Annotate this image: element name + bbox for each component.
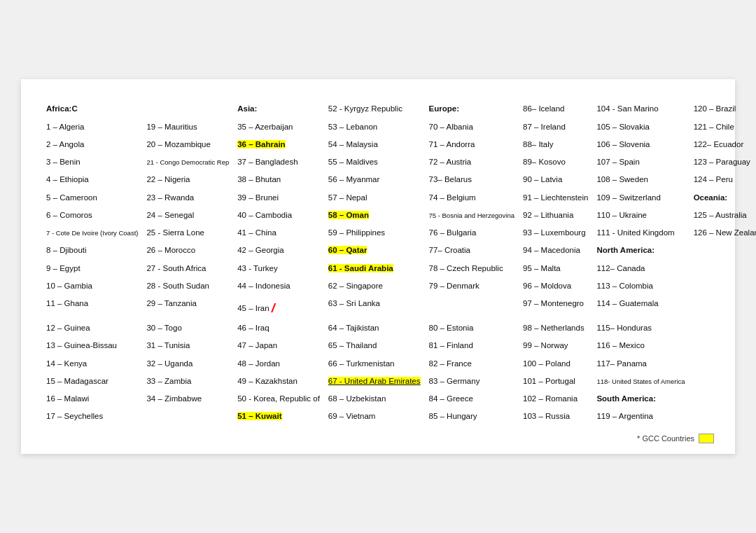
- countries-table: Africa:C Asia: 52 - Kyrgyz Republic Euro…: [42, 100, 756, 425]
- oman-highlight: 58 – Oman: [328, 211, 369, 219]
- table-row: 3 – Benin 21 - Congo Democratic Rep 37 –…: [42, 153, 756, 171]
- footer: * GCC Countries: [637, 434, 714, 443]
- header-row: Africa:C Asia: 52 - Kyrgyz Republic Euro…: [42, 100, 756, 118]
- table-row: 2 – Angola 20 – Mozambique 36 – Bahrain …: [42, 136, 756, 153]
- table-row: 9 – Egypt 27 - South Africa 43 - Turkey …: [42, 260, 756, 277]
- africa2-header: [142, 100, 233, 118]
- table-row: 16 – Malawi 34 – Zimbabwe 50 - Korea, Re…: [42, 390, 756, 408]
- table-row: 15 – Madagascar 33 – Zambia 49 – Kazakhs…: [42, 373, 756, 390]
- table-row: 5 – Cameroon 23 – Rwanda 39 – Brunei 57 …: [42, 189, 756, 207]
- kuwait-highlight: 51 – Kuwait: [237, 412, 281, 420]
- table-row: 8 – Djibouti 26 – Morocco 42 – Georgia 6…: [42, 242, 756, 259]
- gcc-color-box: [699, 434, 714, 443]
- qatar-highlight: 60 – Qatar: [328, 246, 368, 254]
- table-row: 17 – Seychelles 51 – Kuwait 69 – Vietnam…: [42, 408, 756, 425]
- red-mark: /: [272, 301, 275, 315]
- europe2-col: 86– Iceland: [519, 100, 592, 118]
- asia-header: Asia:: [233, 100, 324, 118]
- main-page: Africa:C Asia: 52 - Kyrgyz Republic Euro…: [21, 79, 735, 453]
- asia2-col1: 52 - Kyrgyz Republic: [324, 100, 425, 118]
- table-row: 7 - Cote De Ivoire (Ivory Coast) 25 - Si…: [42, 224, 756, 242]
- table-row: 1 – Algeria 19 – Mauritius 35 – Azerbaij…: [42, 118, 756, 136]
- uae-highlight: 67 - United Arab Emirates: [328, 377, 421, 385]
- africa-header: Africa:C: [42, 100, 142, 118]
- americas-col: 120 – Brazil: [690, 100, 756, 118]
- table-row: 6 – Comoros 24 – Senegal 40 – Cambodia 5…: [42, 207, 756, 224]
- table-row: 11 – Ghana 29 – Tanzania 45 – Iran / 63 …: [42, 295, 756, 319]
- table-row: 13 – Guinea-Bissau 31 – Tunisia 47 – Jap…: [42, 337, 756, 354]
- table-row: 12 – Guinea 30 – Togo 46 – Iraq 64 – Taj…: [42, 319, 756, 337]
- table-row: 4 – Ethiopia 22 – Nigeria 38 – Bhutan 56…: [42, 171, 756, 188]
- table-row: 14 – Kenya 32 – Uganda 48 – Jordan 66 – …: [42, 355, 756, 373]
- saudi-highlight: 61 - Saudi Arabia: [328, 264, 393, 272]
- bahrain-highlight: 36 – Bahrain: [237, 140, 285, 148]
- europe3-col: 104 - San Marino: [592, 100, 689, 118]
- table-row: 10 – Gambia 28 - South Sudan 44 – Indone…: [42, 277, 756, 295]
- gcc-label: * GCC Countries: [637, 434, 694, 443]
- europe-header: Europe:: [425, 100, 519, 118]
